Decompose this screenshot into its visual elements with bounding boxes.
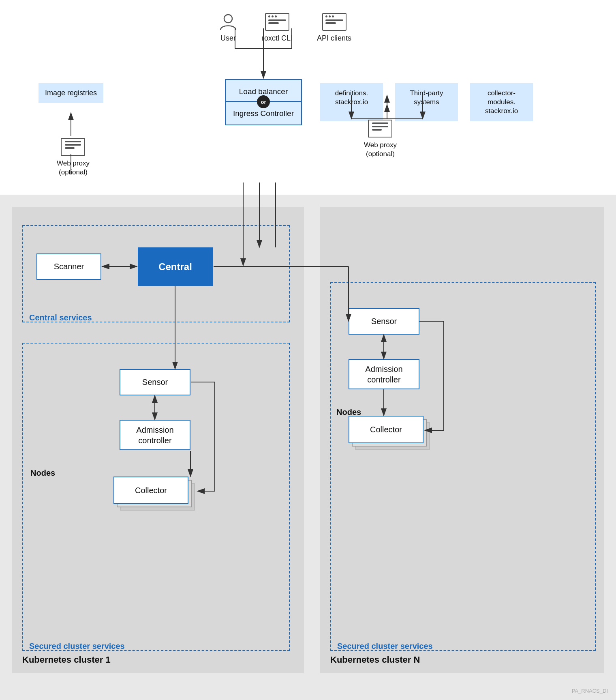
api-dot-3 [332,15,334,17]
central-label: Central [158,261,192,273]
ingress-controller-section: or Ingress Controller [226,102,301,125]
cli-dot-2 [272,15,274,17]
cli-line-1 [268,19,286,21]
sensor-n-label: Sensor [371,317,397,326]
proxy-line-l2 [65,144,81,146]
diagram-container: User roxctl CLI [0,0,616,700]
watermark: PA_RNACS_DI [572,688,608,694]
admission-controller-box-n: Admission controller [349,359,419,389]
secured-cluster-1-label: Secured cluster services [29,642,125,651]
ext-box-definitions: definitions.stackrox.io [320,83,383,121]
user-label: User [220,34,236,43]
proxy-icon-right [368,120,392,137]
ext-box-third-party: Third-partysystems [395,83,458,121]
svg-point-0 [224,15,232,23]
proxy-line-r2 [372,126,388,127]
central-box: Central [138,247,213,286]
collector-stack-1: Collector [113,477,197,517]
sensor-box-1: Sensor [120,369,190,395]
secured-cluster-n-label: Secured cluster services [337,642,433,651]
web-proxy-right-label: Web proxy(optional) [364,141,397,159]
or-label: or [257,95,270,108]
user-icon-item: User [219,12,237,43]
collector-n-label: Collector [370,425,402,434]
web-proxy-right: Web proxy(optional) [364,120,397,159]
external-services-group: definitions.stackrox.io Third-partysyste… [320,83,533,121]
web-proxy-left: Web proxy(optional) [57,138,90,177]
image-registries-label: Image registries [45,89,97,97]
api-line-2 [325,22,336,24]
cli-icon-item: roxctl CLI [262,13,293,43]
collector-1-label: Collector [135,486,167,495]
user-icon [219,12,237,31]
api-line-1 [325,19,343,21]
admission-n-label: Admission controller [349,364,419,385]
cli-line-2 [268,22,279,24]
ext-definitions-label: definitions.stackrox.io [335,89,368,106]
collector-box-1: Collector [113,477,188,504]
ext-collector-modules-label: collector-modules.stackrox.io [485,89,518,115]
proxy-line-l1 [65,141,81,142]
ext-third-party-label: Third-partysystems [410,89,443,106]
scanner-label: Scanner [54,262,84,271]
admission-1-label: Admission controller [120,425,190,446]
api-icon-item: API clients [317,13,351,43]
k8s-cluster-n-label: Kubernetes cluster N [330,655,420,665]
collector-stack-n: Collector [349,416,432,456]
scanner-box: Scanner [36,253,101,280]
top-icons-group: User roxctl CLI [219,12,351,43]
nodes-label-1: Nodes [30,468,55,478]
central-services-label: Central services [29,313,92,322]
proxy-line-r3 [372,129,382,131]
secured-cluster-n-box: Secured cluster services [330,282,596,651]
cli-dot-3 [275,15,277,17]
cli-icon [265,13,289,31]
api-dot-1 [325,15,327,17]
ingress-controller-label: Ingress Controller [233,109,294,118]
api-dot-2 [329,15,331,17]
image-registries-box: Image registries [38,83,103,103]
admission-controller-box-1: Admission controller [120,420,190,450]
api-icon [322,13,346,31]
sensor-1-label: Sensor [142,378,168,387]
proxy-line-l3 [65,147,75,149]
web-proxy-left-label: Web proxy(optional) [57,159,90,177]
proxy-line-r1 [372,122,388,124]
api-label: API clients [317,34,351,43]
k8s-cluster-1-label: Kubernetes cluster 1 [22,655,111,665]
sensor-box-n: Sensor [349,308,419,335]
ext-box-collector-modules: collector-modules.stackrox.io [470,83,533,121]
cli-dot-1 [268,15,270,17]
collector-box-n: Collector [349,416,424,443]
cli-label: roxctl CLI [262,34,293,43]
proxy-icon-left [61,138,85,156]
load-balancer-box: Load balancer or Ingress Controller [225,79,302,125]
